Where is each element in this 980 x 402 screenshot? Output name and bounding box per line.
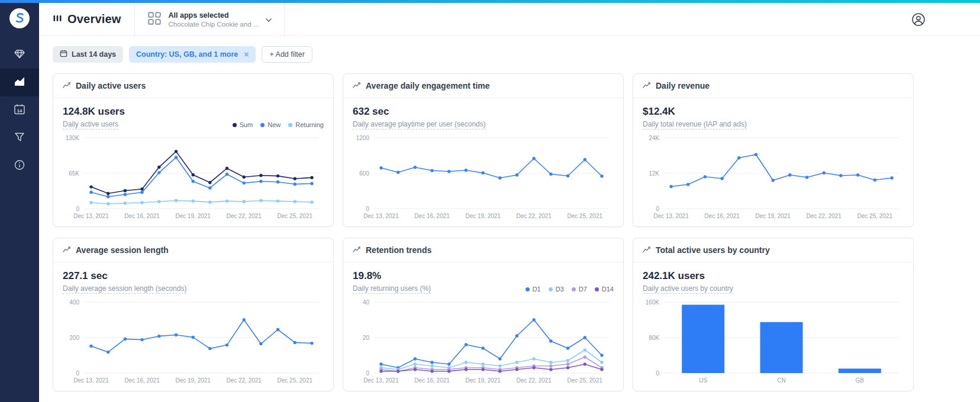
svg-text:20: 20 [363, 335, 370, 341]
legend-item-new[interactable]: New [260, 121, 281, 128]
svg-text:65K: 65K [69, 170, 79, 177]
account-button[interactable] [911, 12, 926, 27]
sidebar-item-overview[interactable] [0, 69, 39, 96]
country-filter-label: Country: US, GB, and 1 more [136, 50, 238, 59]
country-filter-chip[interactable]: Country: US, GB, and 1 more × [129, 46, 256, 63]
sidebar-item-info[interactable] [0, 152, 39, 180]
legend-item-sum[interactable]: Sum [233, 121, 253, 128]
cards-grid: Daily active users 124.8K users Daily ac… [53, 73, 980, 391]
card-header: Daily revenue [633, 74, 913, 98]
svg-text:Dec 19, 2021: Dec 19, 2021 [175, 213, 211, 219]
metric-subtitle: Daily average playtime per user (seconds… [353, 120, 486, 129]
trend-line-icon [643, 80, 651, 91]
sidebar-item-calendar[interactable]: 14 [0, 96, 39, 124]
session-length-chart[interactable]: 0200400Dec 13, 2021Dec 16, 2021Dec 19, 2… [63, 297, 324, 386]
svg-text:Dec 22, 2021: Dec 22, 2021 [226, 377, 262, 384]
engagement-time-chart[interactable]: 06001200Dec 13, 2021Dec 16, 2021Dec 19, … [353, 133, 614, 222]
apps-grid-icon [147, 11, 162, 28]
svg-text:Dec 25, 2021: Dec 25, 2021 [568, 213, 603, 219]
main-content: Overview All apps selected Chocolate Chi… [39, 0, 980, 391]
legend-dot [288, 123, 292, 127]
retention-trends-chart[interactable]: 02040Dec 13, 2021Dec 16, 2021Dec 19, 202… [353, 297, 614, 386]
metric-value: 19.8% [353, 270, 431, 282]
legend-item-d14[interactable]: D14 [595, 286, 614, 293]
card-average-session-length: Average session length 227.1 sec Daily a… [53, 238, 334, 391]
user-icon [911, 12, 926, 27]
metric-subtitle: Daily average session length (seconds) [63, 284, 186, 294]
card-average-daily-engagement-time: Average daily engagement time 632 sec Da… [343, 73, 624, 227]
metric-subtitle: Daily returning users (%) [353, 284, 431, 294]
legend-dot [549, 287, 553, 291]
card-title: Average session length [76, 245, 169, 255]
users-by-country-chart[interactable]: 080K160KUSCNGB [643, 297, 904, 386]
divider [284, 3, 285, 36]
top-bar: Overview All apps selected Chocolate Chi… [39, 3, 980, 36]
card-body: 632 sec Daily average playtime per user … [343, 98, 623, 226]
accent-gradient-bar [0, 0, 980, 3]
svg-text:0: 0 [366, 206, 369, 212]
card-title: Average daily engagement time [366, 81, 490, 90]
legend-dot [572, 287, 576, 291]
legend-item-d3[interactable]: D3 [549, 286, 564, 293]
card-daily-revenue: Daily revenue $12.4K Daily total revenue… [633, 73, 914, 227]
card-body: 227.1 sec Daily average session length (… [53, 262, 333, 391]
filter-bar: Last 14 days Country: US, GB, and 1 more… [53, 46, 980, 63]
remove-filter-icon[interactable]: × [244, 50, 249, 59]
sidebar-item-funnel[interactable] [0, 124, 39, 152]
daily-active-users-chart[interactable]: 065K130KDec 13, 2021Dec 16, 2021Dec 19, … [63, 133, 324, 222]
svg-text:Dec 16, 2021: Dec 16, 2021 [124, 213, 160, 219]
legend-label: Returning [295, 121, 324, 128]
trend-line-icon [63, 80, 71, 91]
calendar-icon: 14 [14, 103, 25, 118]
svg-text:Dec 19, 2021: Dec 19, 2021 [755, 213, 791, 219]
svg-text:160K: 160K [646, 299, 660, 306]
funnel-icon [14, 131, 25, 145]
svg-text:Dec 22, 2021: Dec 22, 2021 [806, 213, 842, 219]
info-icon [14, 159, 25, 173]
card-header: Average session length [53, 238, 333, 262]
calendar-badge: 14 [17, 108, 22, 113]
metric-value: 242.1K users [643, 270, 733, 282]
legend-item-d7[interactable]: D7 [572, 286, 587, 293]
svg-text:Dec 13, 2021: Dec 13, 2021 [363, 377, 399, 384]
trend-line-icon [643, 245, 651, 255]
calendar-small-icon [60, 50, 67, 59]
svg-text:Dec 22, 2021: Dec 22, 2021 [516, 213, 552, 219]
card-body: 124.8K users Daily active users Sum New … [53, 98, 333, 226]
app-selector-labels: All apps selected Chocolate Chip Cookie … [169, 11, 259, 28]
sidebar-item-benchmarks[interactable] [0, 41, 39, 69]
legend-label: D1 [533, 286, 541, 293]
svg-text:1200: 1200 [356, 135, 370, 141]
sidebar-nav: 14 [0, 41, 39, 180]
chevron-down-icon [265, 14, 272, 25]
metric-value: 124.8K users [63, 106, 125, 118]
logo-icon[interactable] [9, 8, 30, 31]
svg-text:200: 200 [69, 335, 79, 341]
legend-item-d1[interactable]: D1 [526, 286, 541, 293]
date-range-filter[interactable]: Last 14 days [53, 46, 123, 63]
metric-subtitle: Daily active users by country [643, 284, 733, 294]
add-filter-button[interactable]: + Add filter [262, 46, 312, 63]
legend-item-returning[interactable]: Returning [288, 121, 324, 128]
svg-text:Dec 25, 2021: Dec 25, 2021 [858, 213, 893, 219]
daily-revenue-chart[interactable]: 012K24KDec 13, 2021Dec 16, 2021Dec 19, 2… [643, 133, 904, 222]
card-title: Daily active users [76, 81, 146, 90]
svg-text:GB: GB [856, 377, 865, 384]
svg-text:600: 600 [359, 170, 369, 177]
page-title-group: Overview [53, 12, 134, 26]
svg-text:Dec 19, 2021: Dec 19, 2021 [465, 377, 501, 384]
gem-icon [14, 48, 25, 62]
app-selector[interactable]: All apps selected Chocolate Chip Cookie … [135, 3, 285, 36]
metric-value: 632 sec [353, 106, 486, 118]
svg-text:Dec 16, 2021: Dec 16, 2021 [124, 377, 160, 384]
svg-text:US: US [699, 377, 707, 384]
legend-label: Sum [240, 121, 253, 128]
card-body: 242.1K users Daily active users by count… [633, 262, 913, 391]
card-title: Retention trends [366, 245, 431, 255]
card-header: Average daily engagement time [343, 74, 623, 98]
card-total-active-users-by-country: Total active users by country 242.1K use… [633, 238, 914, 391]
card-retention-trends: Retention trends 19.8% Daily returning u… [343, 238, 624, 391]
svg-text:80K: 80K [649, 335, 659, 341]
legend-dot [233, 123, 237, 127]
svg-text:0: 0 [656, 206, 659, 212]
